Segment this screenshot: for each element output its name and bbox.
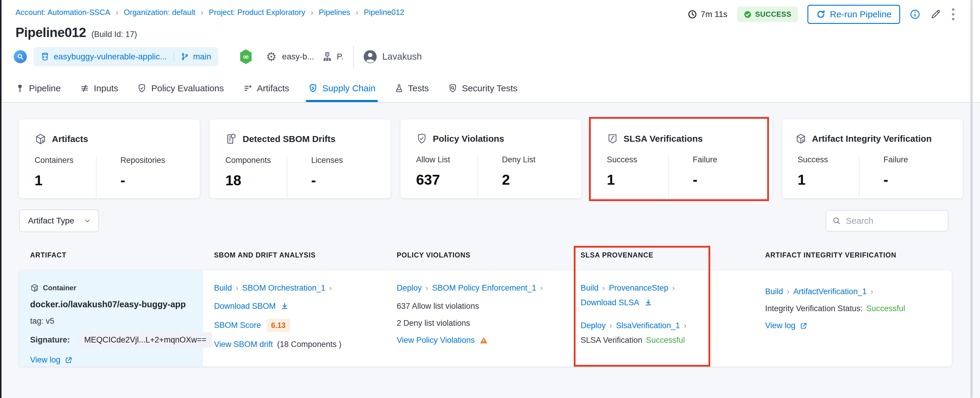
page-title: Pipeline012 xyxy=(16,25,86,40)
repo-branch-pill[interactable]: easybuggy-vulnerable-applic... main xyxy=(33,47,218,66)
download-icon[interactable] xyxy=(644,299,652,307)
metric-value: 637 xyxy=(416,171,477,188)
card-title: Detected SBOM Drifts xyxy=(243,134,336,144)
integrity-status-value: Successful xyxy=(866,304,905,313)
view-policy-violations-link[interactable]: View Policy Violations xyxy=(397,336,475,345)
chevron-down-icon xyxy=(83,217,91,225)
chevron-right-icon: › xyxy=(787,287,789,296)
download-icon[interactable] xyxy=(280,302,289,310)
breadcrumb: Account: Automation-SSCA › Organization:… xyxy=(16,8,404,17)
chevron-right-icon: › xyxy=(200,8,203,17)
cube-check-icon xyxy=(795,133,807,144)
artifact-type-label: Artifact Type xyxy=(28,216,74,225)
tab-label: Tests xyxy=(408,83,429,93)
stage-link[interactable]: Deploy xyxy=(581,321,606,330)
stage-link[interactable]: Build xyxy=(765,287,783,296)
breadcrumb-item-pipelines[interactable]: Pipelines xyxy=(319,8,350,17)
shield-check-icon xyxy=(416,133,427,144)
chevron-right-icon: › xyxy=(426,283,428,293)
title-row: Pipeline012 (Build Id: 17) xyxy=(16,25,137,40)
search-input[interactable] xyxy=(846,216,935,226)
clock-icon xyxy=(687,10,697,19)
slsa-cell: Build › ProvenanceStep › Download SLSA D… xyxy=(570,270,754,366)
step-link[interactable]: SBOM Orchestration_1 xyxy=(242,283,326,293)
check-circle-icon xyxy=(744,10,752,19)
tab-artifacts[interactable]: Artifacts xyxy=(243,75,289,102)
stage-link[interactable]: Build xyxy=(581,283,598,293)
nav-left-edge xyxy=(0,0,2,398)
breadcrumb-item-project[interactable]: Project: Product Exploratory xyxy=(209,8,305,17)
repo-name[interactable]: easybuggy-vulnerable-applic... xyxy=(54,52,167,61)
artifact-type-dropdown[interactable]: Artifact Type xyxy=(19,209,99,232)
chevron-right-icon: › xyxy=(672,283,675,293)
card-title: Artifact Integrity Verification xyxy=(812,134,932,144)
sliders-icon xyxy=(80,83,89,93)
info-icon[interactable] xyxy=(910,9,920,20)
signature-label: Signature: xyxy=(30,335,70,345)
sbom-score-link[interactable]: SBOM Score xyxy=(214,321,261,330)
allow-list-violations: 637 Allow list violations xyxy=(397,302,562,311)
edit-pencil-icon[interactable] xyxy=(930,9,941,20)
build-id: (Build Id: 17) xyxy=(92,30,137,39)
metric-label: Success xyxy=(798,155,859,165)
breadcrumb-item-pipeline012[interactable]: Pipeline012 xyxy=(364,8,404,17)
tab-label: Inputs xyxy=(94,83,118,93)
column-header-integrity: ARTIFACT INTEGRITY VERIFICATION xyxy=(754,251,952,259)
stage-link[interactable]: Build xyxy=(214,283,232,293)
column-header-sbom: SBOM AND DRIFT ANALYSIS xyxy=(203,251,386,259)
tab-tests[interactable]: Tests xyxy=(395,75,429,102)
deny-list-violations: 2 Deny list violations xyxy=(397,319,562,328)
step-link[interactable]: ProvenanceStep xyxy=(609,283,668,293)
metric-value: 2 xyxy=(502,171,536,188)
metric-value: - xyxy=(311,172,343,189)
metric-value: - xyxy=(883,171,908,188)
signature-value[interactable]: MEQCICde2Vjl...L+2+mqnOXw== xyxy=(78,332,213,348)
external-link-icon[interactable] xyxy=(800,322,807,330)
branch-name[interactable]: main xyxy=(193,52,211,61)
view-log-link[interactable]: View log xyxy=(765,321,795,330)
metric-label: Deny List xyxy=(502,155,536,165)
metric-value: 18 xyxy=(225,172,287,189)
tab-policy-evaluations[interactable]: Policy Evaluations xyxy=(137,75,224,102)
header: Account: Automation-SSCA › Organization:… xyxy=(0,0,980,102)
integrity-status-label: Integrity Verification Status: xyxy=(765,304,862,313)
tab-pipeline[interactable]: Pipeline xyxy=(16,75,61,102)
search-icon xyxy=(832,216,841,225)
tab-security-tests[interactable]: Security Tests xyxy=(448,75,517,102)
external-link-icon[interactable] xyxy=(65,356,72,364)
download-slsa-link[interactable]: Download SLSA xyxy=(581,298,640,307)
status-badge: SUCCESS xyxy=(737,6,798,22)
trigger-pipeline-name[interactable]: easy-b... xyxy=(282,52,314,61)
shield-search-icon xyxy=(448,83,458,93)
view-log-link[interactable]: View log xyxy=(30,355,60,364)
chevron-right-icon: › xyxy=(609,321,612,330)
breadcrumb-item-organization[interactable]: Organization: default xyxy=(124,8,195,17)
stage-link[interactable]: Deploy xyxy=(397,283,422,293)
chevron-right-icon: › xyxy=(329,283,332,293)
breadcrumb-item-account[interactable]: Account: Automation-SSCA xyxy=(16,8,110,17)
stage-short-label[interactable]: P. xyxy=(337,52,344,61)
view-sbom-drift-link[interactable]: View SBOM drift xyxy=(214,340,273,349)
rerun-pipeline-button[interactable]: Re-run Pipeline xyxy=(807,5,900,24)
metric-label: Containers xyxy=(35,156,96,165)
artifact-type-text: Container xyxy=(43,284,76,292)
more-options-kebab-icon[interactable] xyxy=(951,7,956,21)
artifact-tag: tag: v5 xyxy=(30,316,196,326)
tab-label: Artifacts xyxy=(257,83,289,93)
list-plus-icon xyxy=(243,83,253,93)
metric-label: Failure xyxy=(883,155,908,165)
download-sbom-link[interactable]: Download SBOM xyxy=(214,302,276,311)
step-link[interactable]: SBOM Policy Enforcement_1 xyxy=(432,283,536,293)
step-link[interactable]: SlsaVerification_1 xyxy=(616,321,680,330)
sbom-document-icon xyxy=(225,133,237,145)
tab-inputs[interactable]: Inputs xyxy=(80,75,118,102)
artifact-table-row: Container docker.io/lavakush07/easy-bugg… xyxy=(19,270,952,366)
vertical-scrollbar[interactable] xyxy=(970,0,972,398)
container-cube-icon xyxy=(30,283,39,293)
step-link[interactable]: ArtifactVerification_1 xyxy=(794,287,867,296)
metric-value: 1 xyxy=(35,172,96,189)
stage-rack-icon xyxy=(322,51,332,62)
tab-supply-chain[interactable]: Supply Chain xyxy=(308,75,375,102)
chevron-right-icon: › xyxy=(356,8,358,17)
chevron-right-icon: › xyxy=(310,8,313,17)
